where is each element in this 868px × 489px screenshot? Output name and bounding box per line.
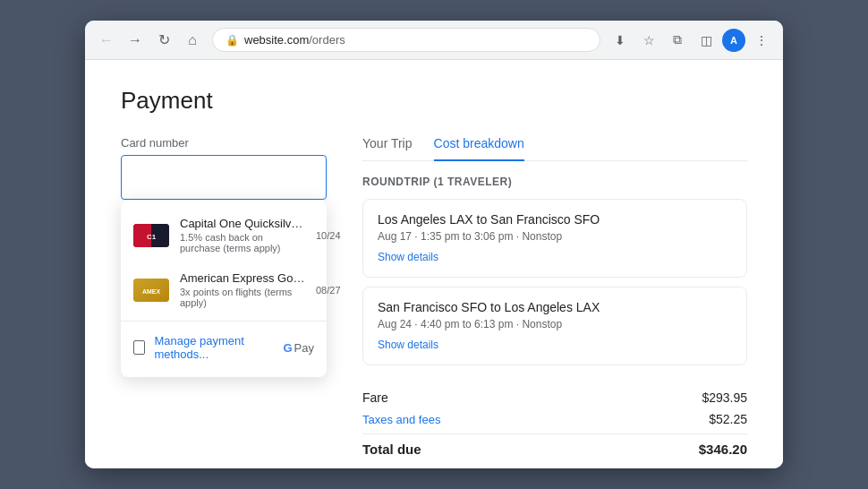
home-button[interactable]: ⌂ xyxy=(180,28,205,53)
flight-details-outbound: Aug 17 · 1:35 pm to 3:06 pm · Nonstop xyxy=(378,230,732,243)
flight-card-return: San Francisco SFO to Los Angeles LAX Aug… xyxy=(362,287,747,365)
svg-text:AMEX: AMEX xyxy=(142,288,161,295)
manage-icon xyxy=(133,340,145,355)
amex-card-info: American Express Gold Card ••4123 3x poi… xyxy=(180,271,305,308)
flight-route-outbound: Los Angeles LAX to San Francisco SFO xyxy=(378,212,732,227)
gpay-pay: Pay xyxy=(294,341,314,355)
total-row: Total due $346.20 xyxy=(362,433,747,457)
toolbar-actions: ⬇ ☆ ⧉ ◫ A ⋮ xyxy=(608,28,774,53)
reload-button[interactable]: ↻ xyxy=(151,28,176,53)
capital-one-logo: C1 xyxy=(133,224,169,247)
tabs: Your Trip Cost breakdown xyxy=(362,136,747,161)
address-bar[interactable]: 🔒 website.com/orders xyxy=(212,28,600,52)
left-panel: Card number C1 xyxy=(121,136,327,200)
flight-card-outbound: Los Angeles LAX to San Francisco SFO Aug… xyxy=(362,199,747,278)
total-label: Total due xyxy=(362,442,421,457)
page-content: Payment Card number C1 xyxy=(85,60,783,468)
dropdown-divider xyxy=(121,321,327,322)
browser-toolbar: ← → ↻ ⌂ 🔒 website.com/orders ⬇ ☆ ⧉ ◫ A ⋮ xyxy=(85,21,783,60)
cost-section: Fare $293.95 Taxes and fees $52.25 Total… xyxy=(362,380,747,457)
amex-logo: AMEX xyxy=(133,279,169,302)
taxes-row: Taxes and fees $52.25 xyxy=(362,408,747,430)
card-number-input[interactable] xyxy=(121,155,327,200)
svg-text:C1: C1 xyxy=(147,233,157,241)
more-button[interactable]: ⋮ xyxy=(749,28,774,53)
card-option-amex[interactable]: AMEX American Express Gold Card ••4123 3… xyxy=(121,262,327,317)
tab-cost-breakdown[interactable]: Cost breakdown xyxy=(434,136,524,161)
amex-card-name: American Express Gold Card ••4123 xyxy=(180,271,305,285)
lock-icon: 🔒 xyxy=(226,34,239,47)
bookmark-button[interactable]: ☆ xyxy=(636,28,661,53)
address-text: website.com/orders xyxy=(244,33,345,47)
taxes-fees-label[interactable]: Taxes and fees xyxy=(362,413,440,426)
capital-card-benefit: 1.5% cash back on purchase (terms apply) xyxy=(180,232,305,253)
main-layout: Card number C1 xyxy=(121,136,747,468)
roundtrip-label: ROUNDTRIP (1 TRAVELER) xyxy=(362,176,747,188)
flight-details-return: Aug 24 · 4:40 pm to 6:13 pm · Nonstop xyxy=(378,318,732,330)
extensions-button[interactable]: ◫ xyxy=(694,28,719,53)
tab-your-trip[interactable]: Your Trip xyxy=(362,136,413,161)
amex-card-benefit: 3x points on flights (terms apply) xyxy=(180,287,305,308)
show-details-outbound[interactable]: Show details xyxy=(378,251,438,263)
show-details-return[interactable]: Show details xyxy=(378,339,438,351)
back-button[interactable]: ← xyxy=(94,28,119,53)
fare-row: Fare $293.95 xyxy=(362,387,747,408)
gpay-button[interactable]: GPay xyxy=(283,341,314,355)
total-value: $346.20 xyxy=(699,442,747,457)
capital-card-name: Capital One Quicksilver Mas... ••5612 xyxy=(180,217,305,230)
taxes-value: $52.25 xyxy=(709,412,747,426)
gpay-g: G xyxy=(283,341,292,355)
url-path: /orders xyxy=(309,33,345,47)
download-button[interactable]: ⬇ xyxy=(608,28,633,53)
manage-payments-option[interactable]: Manage payment methods... GPay xyxy=(121,325,327,370)
card-dropdown: C1 Capital One Quicksilver Mas... ••5612… xyxy=(121,201,327,377)
flight-route-return: San Francisco SFO to Los Angeles LAX xyxy=(378,300,732,314)
card-number-label: Card number xyxy=(121,136,327,150)
browser-window: ← → ↻ ⌂ 🔒 website.com/orders ⬇ ☆ ⧉ ◫ A ⋮… xyxy=(85,21,783,468)
right-panel: Your Trip Cost breakdown ROUNDTRIP (1 TR… xyxy=(362,136,747,468)
page-title: Payment xyxy=(121,87,747,115)
amex-card-expiry: 08/27 xyxy=(316,285,341,296)
tab-search-button[interactable]: ⧉ xyxy=(665,28,690,53)
manage-payments-label: Manage payment methods... xyxy=(154,334,274,361)
forward-button[interactable]: → xyxy=(123,28,148,53)
card-option-capital[interactable]: C1 Capital One Quicksilver Mas... ••5612… xyxy=(121,208,327,262)
capital-card-expiry: 10/24 xyxy=(316,230,341,241)
profile-avatar[interactable]: A xyxy=(722,29,745,52)
fare-label: Fare xyxy=(362,390,388,405)
fare-value: $293.95 xyxy=(702,390,747,405)
capital-card-info: Capital One Quicksilver Mas... ••5612 1.… xyxy=(180,217,305,253)
nav-buttons: ← → ↻ ⌂ xyxy=(94,28,205,53)
url-domain: website.com xyxy=(244,33,309,47)
